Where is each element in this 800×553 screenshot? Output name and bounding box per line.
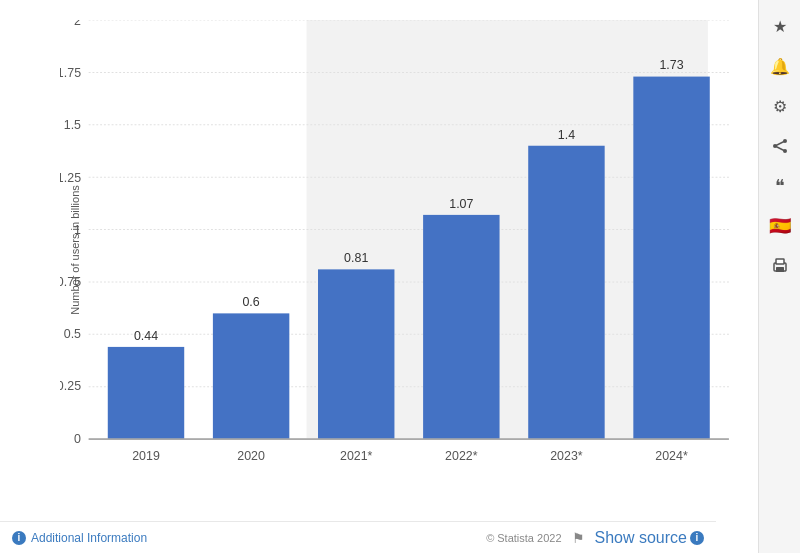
svg-line-3	[775, 141, 785, 146]
chart-svg: 0 0.25 0.5 0.75 1 1.25 1.5 1.75 2 0.44 2…	[60, 20, 748, 480]
y-label-0: 0	[74, 431, 81, 446]
additional-info-label: Additional Information	[31, 531, 147, 545]
show-source-info-icon: i	[690, 531, 704, 545]
flag-icon: ⚑	[572, 530, 585, 546]
x-label-2022: 2022*	[445, 447, 477, 462]
bar-label-2019: 0.44	[134, 328, 158, 343]
info-icon: i	[12, 531, 26, 545]
x-label-2024: 2024*	[655, 447, 687, 462]
x-label-2023: 2023*	[550, 447, 582, 462]
star-button[interactable]: ★	[764, 10, 796, 42]
bar-2024	[633, 77, 709, 440]
bar-label-2021: 0.81	[344, 250, 368, 265]
y-label-05: 0.5	[64, 326, 81, 341]
svg-line-4	[775, 146, 785, 151]
chart-wrapper: Number of users in billions 0	[60, 20, 748, 480]
svg-rect-7	[776, 259, 784, 264]
bar-label-2024: 1.73	[659, 57, 683, 72]
additional-info-button[interactable]: i Additional Information	[12, 531, 147, 545]
show-source-button[interactable]: Show source i	[595, 529, 705, 547]
bar-2019	[108, 347, 184, 439]
bar-label-2022: 1.07	[449, 196, 473, 211]
y-axis-label: Number of users in billions	[69, 185, 81, 315]
x-label-2020: 2020	[237, 447, 265, 462]
y-label-15: 1.5	[64, 117, 81, 132]
y-label-2: 2	[74, 20, 81, 28]
svg-rect-6	[776, 267, 784, 272]
y-label-175: 1.75	[60, 65, 81, 80]
print-icon	[771, 257, 789, 275]
bar-2021	[318, 269, 394, 439]
flag-button[interactable]: 🇪🇸	[764, 210, 796, 242]
gear-button[interactable]: ⚙	[764, 90, 796, 122]
bar-2022	[423, 215, 499, 439]
app-container: Number of users in billions 0	[0, 0, 800, 553]
print-button[interactable]	[764, 250, 796, 282]
x-label-2021: 2021*	[340, 447, 372, 462]
bar-label-2020: 0.6	[242, 294, 259, 309]
statista-credit: © Statista 2022	[486, 532, 561, 544]
quote-button[interactable]: ❝	[764, 170, 796, 202]
show-source-label: Show source	[595, 529, 688, 547]
chart-area: Number of users in billions 0	[0, 0, 758, 553]
footer-right: © Statista 2022 ⚑ Show source i	[486, 529, 704, 547]
bar-2020	[213, 313, 289, 439]
bar-2023	[528, 146, 604, 439]
y-label-025: 0.25	[60, 378, 81, 393]
bell-button[interactable]: 🔔	[764, 50, 796, 82]
share-button[interactable]	[764, 130, 796, 162]
bar-label-2023: 1.4	[558, 126, 575, 141]
share-icon	[772, 138, 788, 154]
footer-bar: i Additional Information © Statista 2022…	[0, 521, 716, 553]
x-label-2019: 2019	[132, 447, 160, 462]
sidebar: ★ 🔔 ⚙ ❝ 🇪🇸	[758, 0, 800, 553]
y-label-125: 1.25	[60, 169, 81, 184]
